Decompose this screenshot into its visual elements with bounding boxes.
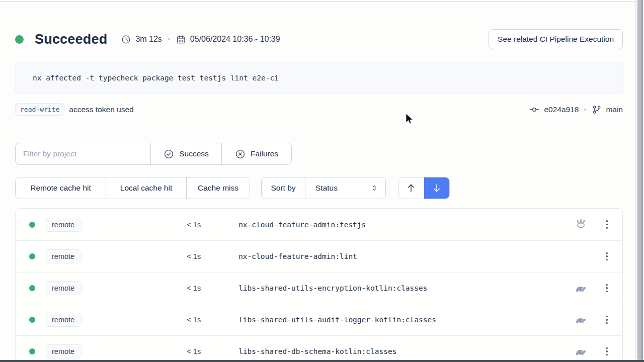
task-row[interactable]: remote < 1s libs-shared-db-schema-kotlin… xyxy=(16,335,622,362)
task-cache-badge: remote xyxy=(45,313,82,327)
sort-select[interactable]: Status xyxy=(305,177,385,199)
separator-dot xyxy=(584,109,586,111)
cache-filter-group: Remote cache hit Local cache hit Cache m… xyxy=(15,177,250,199)
task-row[interactable]: remote < 1s libs-shared-utils-encryption… xyxy=(16,272,622,304)
run-details-page: Succeeded 3m 12s 05/06/2024 10:36 - 10:3… xyxy=(0,0,644,362)
row-menu-button[interactable] xyxy=(602,282,611,295)
local-cache-hit-button[interactable]: Local cache hit xyxy=(106,177,186,199)
task-name[interactable]: nx-cloud-feature-admin:testjs xyxy=(238,221,574,229)
sort-ascending-button[interactable] xyxy=(398,177,424,199)
access-token-badge: read-write xyxy=(15,103,64,116)
task-cache-badge: remote xyxy=(45,249,82,263)
clock-icon xyxy=(121,35,131,44)
task-cache-badge: remote xyxy=(45,281,82,295)
row-menu-button[interactable] xyxy=(602,314,611,326)
arrow-down-icon xyxy=(432,183,442,193)
row-menu-button[interactable] xyxy=(602,218,611,231)
calendar-icon xyxy=(176,35,186,44)
see-related-pipeline-button[interactable]: See related CI Pipeline Execution xyxy=(489,29,623,49)
task-tool-icon-slot xyxy=(574,282,587,294)
arrow-up-icon xyxy=(406,183,416,193)
sort-by-label: Sort by xyxy=(262,177,305,199)
git-branch-icon xyxy=(592,105,602,115)
task-status-dot xyxy=(29,317,35,323)
x-circle-icon xyxy=(235,149,246,159)
task-duration: < 1s xyxy=(82,221,201,229)
task-name[interactable]: nx-cloud-feature-admin:lint xyxy=(238,252,574,260)
remote-cache-hit-button[interactable]: Remote cache hit xyxy=(16,177,106,199)
task-status-dot xyxy=(29,253,35,259)
chevron-up-down-icon xyxy=(370,184,378,192)
filter-group: Success Failures xyxy=(15,143,292,165)
commit-sha[interactable]: e024a918 xyxy=(544,105,579,114)
filter-success-label: Success xyxy=(179,149,209,158)
task-tool-icon-slot xyxy=(574,219,587,231)
sort-select-value: Status xyxy=(315,184,338,193)
sort-descending-button[interactable] xyxy=(424,177,450,199)
scrollbar-thumb[interactable] xyxy=(637,0,643,362)
run-header: Succeeded 3m 12s 05/06/2024 10:36 - 10:3… xyxy=(15,29,623,50)
bottom-edge-bar xyxy=(0,360,644,362)
filter-failures-button[interactable]: Failures xyxy=(221,143,291,164)
task-name[interactable]: libs-shared-db-schema-kotlin:classes xyxy=(238,347,574,355)
task-duration: < 1s xyxy=(82,347,201,355)
run-meta: 3m 12s 05/06/2024 10:36 - 10:39 xyxy=(121,35,280,44)
filter-success-button[interactable]: Success xyxy=(150,143,221,164)
command-box: nx affected -t typecheck package test te… xyxy=(15,62,623,94)
run-date-range: 05/06/2024 10:36 - 10:39 xyxy=(190,35,280,44)
task-list: remote < 1s nx-cloud-feature-admin:testj… xyxy=(15,208,623,362)
task-duration: < 1s xyxy=(82,284,201,292)
gradle-elephant-icon xyxy=(575,314,587,326)
jest-icon xyxy=(575,219,587,231)
filter-by-project-input[interactable] xyxy=(16,143,150,164)
task-cache-badge: remote xyxy=(45,218,82,232)
row-menu-button[interactable] xyxy=(602,345,611,358)
row-menu-button[interactable] xyxy=(602,250,611,263)
task-tool-icon-slot xyxy=(574,345,587,357)
task-row[interactable]: remote < 1s nx-cloud-feature-admin:testj… xyxy=(16,209,622,240)
git-commit-icon xyxy=(529,104,540,115)
task-duration: < 1s xyxy=(82,316,201,324)
task-name[interactable]: libs-shared-utils-encryption-kotlin:clas… xyxy=(238,284,574,292)
vcs-info: e024a918 main xyxy=(529,104,623,115)
token-row: read-write access token used e024a918 ma… xyxy=(15,102,623,117)
check-circle-icon xyxy=(164,149,174,159)
task-status-dot xyxy=(29,222,35,228)
content: Succeeded 3m 12s 05/06/2024 10:36 - 10:3… xyxy=(15,0,623,362)
run-command: nx affected -t typecheck package test te… xyxy=(33,74,279,82)
sort-direction-group xyxy=(398,177,450,199)
task-status-dot xyxy=(29,348,35,354)
run-duration: 3m 12s xyxy=(135,35,162,44)
access-token-text: access token used xyxy=(69,105,133,114)
filter-failures-label: Failures xyxy=(251,149,278,158)
task-duration: < 1s xyxy=(82,252,201,260)
gradle-elephant-icon xyxy=(575,282,587,294)
task-name[interactable]: libs-shared-utils-audit-logger-kotlin:cl… xyxy=(238,316,574,324)
task-row[interactable]: remote < 1s nx-cloud-feature-admin:lint xyxy=(16,240,622,272)
task-status-dot xyxy=(29,285,35,291)
gradle-elephant-icon xyxy=(575,345,587,357)
branch-name[interactable]: main xyxy=(606,105,623,114)
task-tool-icon-slot xyxy=(574,314,587,326)
task-row[interactable]: remote < 1s libs-shared-utils-audit-logg… xyxy=(16,304,622,335)
cache-miss-button[interactable]: Cache miss xyxy=(186,177,250,199)
mouse-cursor xyxy=(406,114,416,125)
page-title: Succeeded xyxy=(35,32,107,47)
sort-group: Sort by Status xyxy=(261,177,386,199)
separator-dot xyxy=(168,38,170,40)
run-status-dot xyxy=(15,35,24,44)
task-cache-badge: remote xyxy=(45,344,82,358)
scrollbar-track[interactable] xyxy=(635,0,644,362)
toolbar-row: Remote cache hit Local cache hit Cache m… xyxy=(15,177,623,199)
